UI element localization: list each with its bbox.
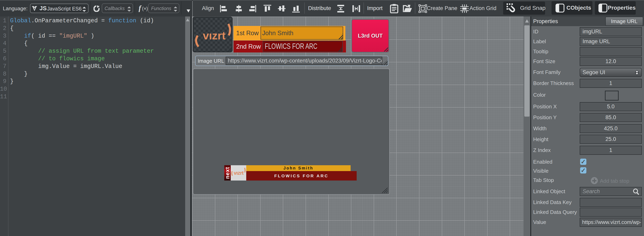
svg-text:vızrt: vızrt — [203, 29, 226, 42]
svg-text:vızrt: vızrt — [234, 170, 244, 176]
svg-text:8: 8 — [34, 7, 35, 10]
